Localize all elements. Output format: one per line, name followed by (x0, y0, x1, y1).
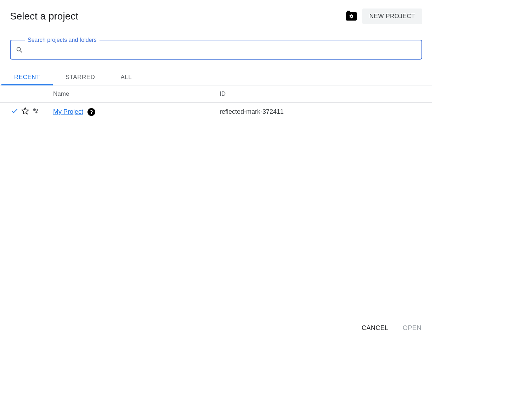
row-icons (0, 107, 53, 117)
row-name-cell: My Project ? (53, 108, 220, 116)
table-row[interactable]: My Project ? reflected-mark-372411 (0, 103, 432, 121)
new-project-button[interactable]: NEW PROJECT (362, 9, 422, 24)
svg-point-2 (36, 109, 38, 111)
search-row (11, 43, 421, 59)
column-name-header: Name (53, 90, 220, 97)
check-icon (11, 107, 18, 117)
tab-starred[interactable]: STARRED (53, 69, 108, 85)
tab-all[interactable]: ALL (108, 69, 145, 85)
project-type-icon (32, 107, 40, 117)
search-icon (16, 46, 23, 54)
search-input[interactable] (27, 46, 417, 54)
svg-point-1 (33, 108, 36, 111)
row-id-cell: reflected-mark-372411 (220, 108, 432, 116)
dialog-header: Select a project NEW PROJECT (0, 0, 432, 24)
search-container: Search projects and folders (10, 37, 422, 60)
dialog-title: Select a project (10, 11, 78, 22)
help-icon[interactable]: ? (87, 108, 95, 116)
column-icons-header (0, 90, 53, 97)
project-name-link[interactable]: My Project (53, 108, 83, 116)
tabs: RECENT STARRED ALL (0, 69, 432, 85)
select-project-dialog: Select a project NEW PROJECT Search proj… (0, 0, 432, 340)
folder-settings-icon[interactable] (346, 12, 357, 21)
svg-point-3 (35, 111, 38, 113)
cancel-button[interactable]: CANCEL (362, 324, 389, 332)
table-header: Name ID (0, 85, 432, 103)
dialog-footer: CANCEL OPEN (0, 317, 432, 340)
header-actions: NEW PROJECT (346, 9, 422, 24)
column-id-header: ID (220, 90, 432, 97)
tab-recent[interactable]: RECENT (1, 69, 53, 85)
project-table: Name ID My Project ? reflected-mark-3724… (0, 85, 432, 317)
open-button[interactable]: OPEN (403, 324, 421, 332)
search-label: Search projects and folders (25, 37, 100, 43)
search-fieldset: Search projects and folders (10, 37, 422, 60)
star-icon[interactable] (21, 107, 29, 117)
svg-marker-0 (22, 108, 28, 114)
